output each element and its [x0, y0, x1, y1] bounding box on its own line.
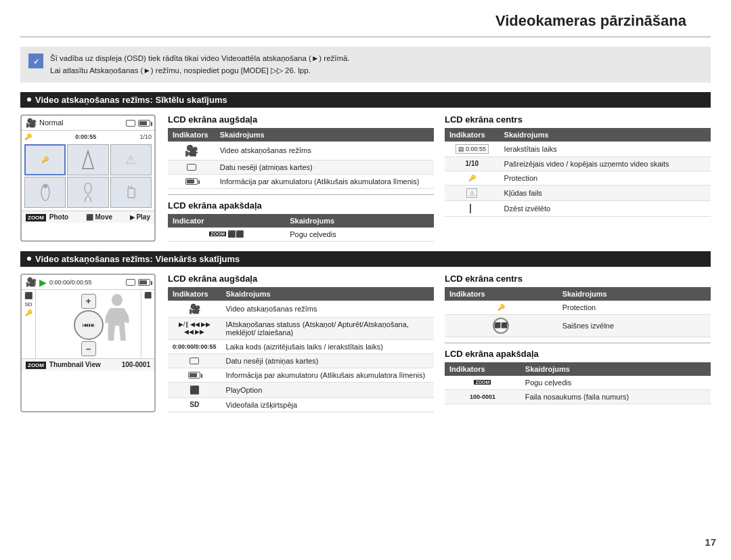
- section1-header: Video atskaņošanas režīms: Sīktēlu skatī…: [20, 92, 711, 108]
- indicator-cell: [168, 174, 215, 188]
- lcd-center-right-table: Indikators Skaidrojums 🔑 Protection: [445, 287, 711, 337]
- indicator-cell: 🔑: [445, 301, 558, 315]
- svg-marker-2: [83, 151, 93, 169]
- desc-cell: Video atskaņošanas režīms: [215, 142, 434, 160]
- lcd-center-table: Indikators Skaidrojums ▤ 0:00:55 Ierakst…: [445, 128, 711, 217]
- lcd2-right-icons: ⬛: [141, 290, 154, 358]
- lcd2-center: + ⏮⏭ –: [36, 290, 141, 358]
- table-row: Datu nesēji (atmiņas kartes): [168, 353, 434, 368]
- lcd2-topright: [126, 278, 150, 286]
- desc-cell: Informācija par akumulatoru (Atlikušais …: [221, 368, 434, 382]
- col-indikators-1: Indikators: [168, 128, 215, 142]
- silhouette: [100, 290, 134, 358]
- cam-icon-2: 🎥: [26, 277, 37, 287]
- lcd-center-block: LCD ekrāna centrs Indikators Skaidrojums…: [445, 114, 711, 242]
- lcd-time-row: 🔑 0:00:55 1/10: [22, 131, 154, 142]
- table-row: ⬛⬛ Saišnes izvēlne: [445, 314, 711, 337]
- indicator-cell: [168, 353, 221, 368]
- zoom-badge: ZOOM: [26, 214, 46, 221]
- table-row: ▶/‖ ◀◀ ▶▶ ◀◀ ▶▶ IAtskaņošanas statuss: [168, 317, 434, 339]
- col-ind-2a: Indikators: [168, 287, 221, 301]
- svg-rect-6: [128, 188, 135, 198]
- lcd2-bottombar: ZOOM Thumbnail View 100-0001: [22, 358, 154, 370]
- cam-icon: 🎥: [26, 118, 37, 128]
- grid-cell-3: ⚠: [110, 144, 152, 175]
- svg-text:✓: ✓: [33, 58, 39, 66]
- desc-cell: Protection: [558, 301, 711, 315]
- play-label: ▶ Play: [130, 213, 150, 221]
- section2-header: Video atskaņošanas režīms: Vienkāršs ska…: [20, 251, 711, 267]
- desc-cell: Pogu ceļvedis: [520, 376, 711, 390]
- lcd2-icons-left: ⬛ SD 🔑: [22, 290, 36, 358]
- table-row: Informācija par akumulatoru (Atlikušais …: [168, 368, 434, 382]
- media-icon-top: [126, 119, 135, 127]
- plus-btn[interactable]: +: [81, 294, 96, 309]
- lcd-center-title: LCD ekrāna centrs: [445, 114, 711, 125]
- section2-tables: LCD ekrāna augšdaļa Indikators Skaidroju…: [168, 274, 711, 412]
- lcd-grid: 🔑 ⚠: [22, 142, 154, 211]
- thumbnail-text: Thumbnail View: [49, 361, 101, 368]
- col-skaidrojums-c: Skaidrojums: [500, 128, 711, 142]
- table-row: Informācija par akumulatoru (Atlikušais …: [168, 174, 434, 188]
- col-skaidrojums: Skaidrojums: [285, 214, 434, 228]
- grid-cell-1: 🔑: [24, 144, 66, 175]
- lcd-preview-thumbnail: 🎥 Normal 🔑 0:00:55 1/10 🔑 ⚠: [20, 114, 156, 242]
- table-row: ⚠ Kļūdas fails: [445, 185, 711, 200]
- desc-cell: Datu nesēji (atmiņas kartes): [215, 160, 434, 174]
- desc-cell: Videofaila izšķirtspēja: [221, 397, 434, 412]
- table-row: 🔑 Protection: [445, 171, 711, 185]
- battery-icon-top: [138, 119, 150, 127]
- lcd2-topbar: 🎥 ▶ 0:00:00/0:00:55: [22, 275, 154, 290]
- lcd-bottombar: ZOOM Photo ⬛ Move ▶ Play: [22, 211, 154, 223]
- table-row: 🔑 Protection: [445, 301, 711, 315]
- table-row: Datu nesēji (atmiņas kartes): [168, 160, 434, 174]
- section2-content: 🎥 ▶ 0:00:00/0:00:55 ⬛ SD 🔑: [20, 274, 711, 412]
- lcd-top-table-2: Indikators Skaidrojums 🎥 Video atskaņoša…: [168, 287, 434, 412]
- section2-title: Video atskaņošanas režīms: Vienkāršs ska…: [35, 254, 240, 264]
- desc-cell: Video atskaņošanas režīms: [221, 301, 434, 318]
- sd-label-icon: SD: [24, 301, 32, 307]
- table-row: 🎥 Video atskaņošanas režīms: [168, 301, 434, 318]
- indicator-cell: ZOOM ⬛⬛: [168, 228, 285, 242]
- lcd-center-right-block: LCD ekrāna centrs Indikators Skaidrojums…: [445, 274, 711, 412]
- table-row: ZOOM ⬛⬛ Pogu ceļvedis: [168, 228, 434, 242]
- col-ind-br: Indikators: [445, 362, 520, 376]
- svg-point-9: [112, 294, 123, 306]
- table-row: 0:00:00/0:00:55 Laika kods (aizritējušai…: [168, 339, 434, 353]
- lcd-topright: [126, 119, 150, 127]
- table-row: ▤ 0:00:55 Ierakstītais laiks: [445, 142, 711, 157]
- photo-label: Photo: [49, 213, 68, 221]
- info-line2: Lai atlasītu Atskaņošanas (►) režīmu, no…: [50, 64, 350, 77]
- desc-cell: IAtskaņošanas statuss (Atskaņot/ Apturēt…: [221, 317, 434, 339]
- col-sk-br: Skaidrojums: [520, 362, 711, 376]
- section1-content: 🎥 Normal 🔑 0:00:55 1/10 🔑 ⚠: [20, 114, 711, 242]
- indicator-cell: 100-0001: [445, 389, 520, 404]
- lcd-topleft: 🎥 Normal: [26, 118, 63, 128]
- page-number: 17: [705, 536, 716, 548]
- play-icon-green: ▶: [39, 277, 47, 288]
- nav-wheel[interactable]: ⏮⏭: [74, 310, 104, 340]
- section1-tables: LCD ekrāna augšdaļa Indikators Skaidroju…: [168, 114, 711, 242]
- desc-cell: Ierakstītais laiks: [500, 142, 711, 157]
- indicator-cell: ⬛: [168, 382, 221, 397]
- section1-title: Video atskaņošanas režīms: Sīktēlu skatī…: [35, 95, 227, 105]
- desc-cell: Protection: [500, 171, 711, 185]
- desc-cell: Faila nosaukums (faila numurs): [520, 389, 711, 404]
- lcd-bottom-right-table: Indikators Skaidrojums ZOOM Pogu ceļvedi…: [445, 362, 711, 404]
- lcd-top-block: LCD ekrāna augšdaļa Indikators Skaidroju…: [168, 114, 434, 242]
- file-number-label: 100-0001: [122, 361, 150, 368]
- lcd-top-title: LCD ekrāna augšdaļa: [168, 114, 434, 125]
- table-row: 🎥 Video atskaņošanas režīms: [168, 142, 434, 160]
- lcd2-topleft: 🎥 ▶ 0:00:00/0:00:55: [26, 277, 92, 288]
- protect-icon-2: 🔑: [25, 309, 32, 316]
- indicator-cell: ▤ 0:00:55: [445, 142, 500, 157]
- info-line1: Šī vadība uz displeja (OSD) tiek rādīta …: [50, 52, 350, 64]
- desc-cell: Pogu ceļvedis: [285, 228, 434, 242]
- minus-btn[interactable]: –: [81, 341, 96, 356]
- lcd-bottom-title: LCD ekrāna apakšdaļa: [168, 200, 434, 211]
- lcd-top-title-2: LCD ekrāna augšdaļa: [168, 274, 434, 284]
- lcd-top-block-2: LCD ekrāna augšdaļa Indikators Skaidroju…: [168, 274, 434, 412]
- indicator-cell: [445, 200, 500, 216]
- table-row: 1/10 Pašreizējais video / kopējais uzņem…: [445, 156, 711, 171]
- lcd-top-table: Indikators Skaidrojums 🎥 Video atskaņoša…: [168, 128, 434, 189]
